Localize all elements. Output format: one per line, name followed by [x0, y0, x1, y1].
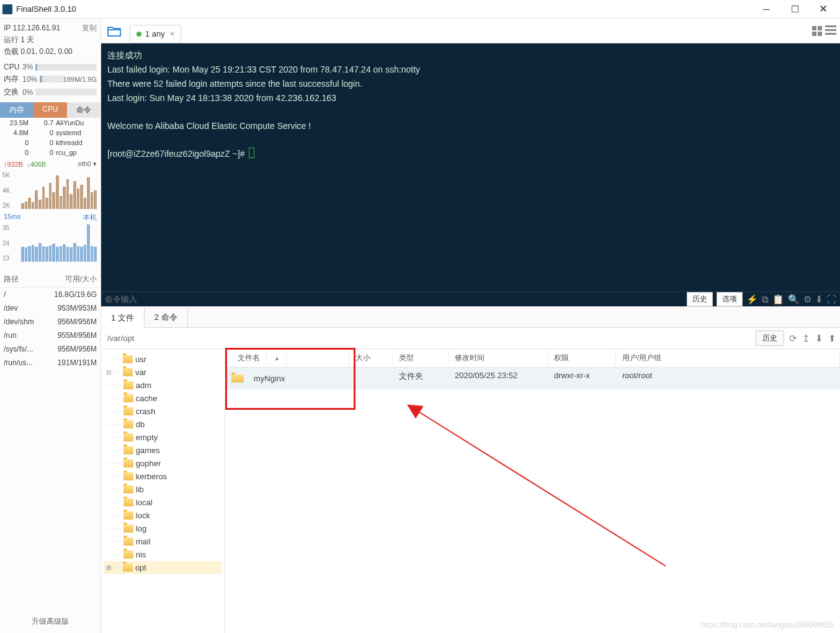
- svg-line-0: [418, 411, 666, 566]
- terminal[interactable]: 连接成功 Last failed login: Mon May 25 19:21…: [101, 43, 840, 291]
- command-input[interactable]: [105, 294, 687, 304]
- path-history-button[interactable]: 历史: [756, 330, 784, 346]
- tabbar: 1 any ×: [101, 19, 840, 43]
- cpu-label: CPU: [4, 63, 22, 71]
- paste-icon[interactable]: 📋: [772, 294, 784, 305]
- column-headers[interactable]: 文件名▲ 大小 类型 修改时间 权限 用户/用户组: [225, 349, 840, 368]
- open-folder-button[interactable]: [105, 22, 123, 40]
- copy-button[interactable]: 复制: [82, 22, 97, 34]
- upgrade-link[interactable]: 升级高级版: [0, 610, 101, 633]
- options-button[interactable]: 选项: [717, 292, 743, 306]
- ip-label: IP 112.126.61.91: [4, 22, 60, 34]
- tab-files[interactable]: 1 文件: [101, 308, 145, 328]
- file-row[interactable]: myNginx 文件夹 2020/05/25 23:52 drwxr-xr-x …: [225, 368, 840, 389]
- ping-host[interactable]: 本机: [83, 213, 97, 222]
- mem-val: 10%: [22, 75, 37, 84]
- expand-icon[interactable]: ⛶: [827, 294, 836, 304]
- copy-icon[interactable]: ⧉: [762, 294, 769, 305]
- grid-view-icon[interactable]: [811, 25, 823, 37]
- path-bar: 历史 ⟳ ↥ ⬇ ⬆: [101, 328, 840, 349]
- sort-asc-icon: ▲: [268, 352, 287, 365]
- minimize-button[interactable]: ─: [752, 0, 780, 19]
- cpu-val: 3%: [22, 63, 33, 71]
- list-view-icon[interactable]: [825, 25, 836, 37]
- watermark: https://blog.csdn.net/tangdou369098655: [701, 621, 834, 629]
- folder-icon: [231, 374, 244, 383]
- upload-icon[interactable]: ⬆: [828, 333, 836, 344]
- close-tab-icon[interactable]: ×: [170, 29, 175, 38]
- annotation-arrow: [355, 386, 678, 578]
- sidebar: IP 112.126.61.91复制 运行 1 天 负载 0.01, 0.02,…: [0, 19, 101, 633]
- cursor-icon: [249, 148, 254, 158]
- proc-tab-cmd[interactable]: 命令: [67, 102, 101, 118]
- ping-chart: 352413: [21, 224, 97, 262]
- command-bar: 历史 选项 ⚡ ⧉ 📋 🔍 ⚙ ⬇ ⛶: [101, 291, 840, 306]
- ping-ms: 15ms: [4, 213, 20, 222]
- net-down: ↓406B: [27, 161, 46, 168]
- titlebar: FinalShell 3.0.10 ─ ☐ ✕: [0, 0, 840, 19]
- history-button[interactable]: 历史: [687, 292, 713, 306]
- net-iface[interactable]: eth0 ▾: [78, 160, 97, 168]
- tab-label: 1 any: [145, 29, 165, 38]
- process-table: 23.5M0.7AliYunDu 4.8M0systemd 00kthreadd…: [0, 118, 101, 157]
- directory-tree[interactable]: ····usr ⊟····var ········adm ········cac…: [101, 349, 225, 633]
- swap-label: 交换: [4, 87, 22, 97]
- swap-val: 0%: [22, 88, 33, 97]
- tab-commands[interactable]: 2 命令: [145, 307, 188, 327]
- proc-tab-mem[interactable]: 内存: [0, 102, 34, 118]
- app-title: FinalShell 3.0.10: [16, 4, 752, 14]
- uptime-label: 运行 1 天: [4, 34, 97, 46]
- path-input[interactable]: [105, 331, 753, 345]
- proc-tab-cpu[interactable]: CPU: [34, 102, 67, 118]
- app-logo: [2, 4, 12, 14]
- search-icon[interactable]: 🔍: [788, 294, 800, 305]
- load-label: 负载 0.01, 0.02, 0.00: [4, 46, 97, 58]
- up-icon[interactable]: ↥: [802, 333, 810, 344]
- gear-icon[interactable]: ⚙: [803, 294, 811, 305]
- net-chart: 5K4K2K: [21, 172, 97, 209]
- lower-panel: 1 文件 2 命令 历史 ⟳ ↥ ⬇ ⬆ ····usr ⊟····var ··…: [101, 306, 840, 633]
- net-up: ↑932B: [4, 161, 23, 168]
- refresh-icon[interactable]: ⟳: [789, 333, 797, 344]
- file-list: 文件名▲ 大小 类型 修改时间 权限 用户/用户组 myNginx 文件夹 20…: [225, 349, 840, 633]
- close-button[interactable]: ✕: [809, 0, 838, 19]
- process-tabs[interactable]: 内存 CPU 命令: [0, 102, 101, 118]
- status-dot-icon: [136, 32, 141, 37]
- filesystem-table: 路径可用/大小 /16.8G/19.6G /dev953M/953M /dev/…: [0, 272, 101, 370]
- mem-extra: 189M/1.9G: [63, 76, 97, 83]
- mem-label: 内存: [4, 74, 22, 84]
- bolt-icon[interactable]: ⚡: [746, 294, 758, 305]
- download-icon[interactable]: ⬇: [815, 294, 823, 305]
- maximize-button[interactable]: ☐: [780, 0, 809, 19]
- download2-icon[interactable]: ⬇: [815, 333, 823, 344]
- session-tab[interactable]: 1 any ×: [130, 25, 181, 43]
